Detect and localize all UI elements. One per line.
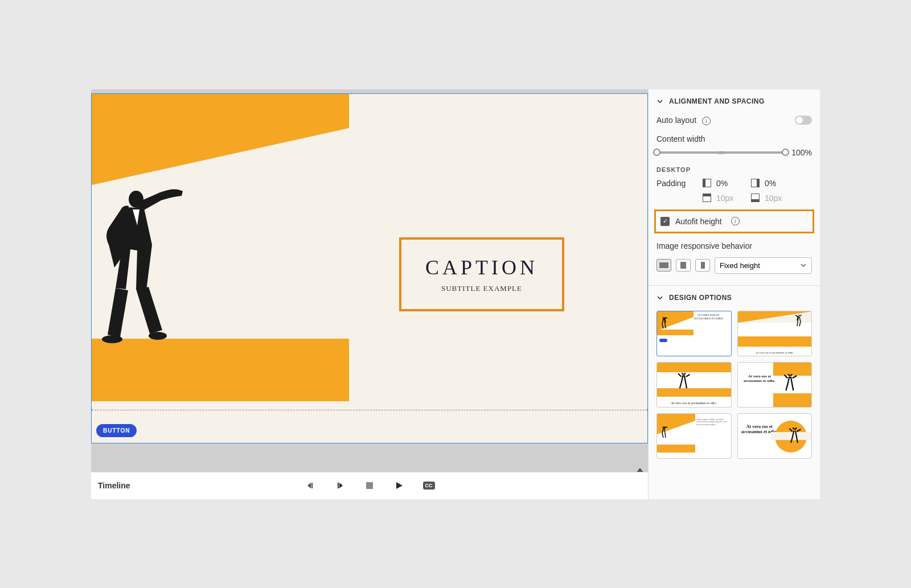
man-figure-icon: [660, 426, 671, 439]
padding-label: Padding: [656, 179, 699, 188]
padding-left-icon: [703, 179, 711, 187]
main-panel: CAPTION SUBTITLE EXAMPLE BUTTON Timeline: [91, 89, 648, 499]
design-card-text: AT VERO EOS ET ACCUSAMUS ET ODIO.: [689, 314, 727, 320]
content-width-slider[interactable]: ::::: [656, 151, 786, 154]
design-option-6[interactable]: At vero eos et accusamus et odio.: [737, 413, 812, 459]
fold-line: [92, 410, 647, 410]
svg-rect-11: [657, 330, 693, 336]
design-card-lorem: Lorem ipsum dolor sit amet consectetur a…: [696, 418, 729, 426]
design-thumb-shape: [773, 363, 811, 407]
svg-rect-14: [657, 445, 695, 453]
fold-handle-left-icon[interactable]: [91, 406, 93, 414]
responsive-select-value: Fixed height: [720, 261, 760, 270]
design-thumb-shape: [657, 388, 731, 396]
image-responsive-row: Fixed height: [649, 254, 820, 282]
design-options-grid: AT VERO EOS ET ACCUSAMUS ET ODIO. At ver…: [649, 307, 820, 467]
padding-right-input[interactable]: 0%: [765, 179, 796, 188]
content-width-slider-row: :::: 100%: [649, 145, 820, 161]
man-figure-icon: [794, 315, 805, 327]
svg-rect-3: [92, 339, 349, 401]
content-width-value: 100%: [791, 148, 812, 157]
properties-panel: ALIGNMENT AND SPACING Auto layout i Cont…: [648, 89, 820, 499]
app-frame: CAPTION SUBTITLE EXAMPLE BUTTON Timeline: [91, 89, 820, 499]
svg-rect-8: [338, 483, 339, 488]
slider-grip-icon: ::::: [719, 150, 724, 155]
autofit-checkbox[interactable]: ✓: [660, 217, 670, 226]
design-card-text: At vero eos et accusamus et odio.: [657, 401, 731, 405]
padding-left-input[interactable]: 0%: [716, 179, 748, 188]
responsive-behavior-select[interactable]: Fixed height: [715, 257, 812, 274]
design-option-3[interactable]: At vero eos et accusamus et odio.: [656, 362, 732, 408]
slide-canvas[interactable]: CAPTION SUBTITLE EXAMPLE BUTTON: [91, 93, 648, 443]
design-option-5[interactable]: Lorem ipsum dolor sit amet consectetur a…: [656, 413, 732, 459]
stop-button[interactable]: [363, 479, 376, 492]
slider-thumb-right-icon[interactable]: [782, 149, 789, 156]
auto-layout-row: Auto layout i: [649, 111, 820, 130]
slide-button[interactable]: BUTTON: [96, 424, 137, 437]
design-card-text: At vero eos et accusamus et odio.: [741, 374, 778, 384]
canvas-area: CAPTION SUBTITLE EXAMPLE BUTTON: [91, 89, 648, 472]
slider-thumb-left-icon[interactable]: [653, 149, 660, 156]
padding-grid: Padding 0% 0% 10px 10px: [649, 176, 820, 205]
play-button[interactable]: [392, 479, 406, 492]
caption-subtitle: SUBTITLE EXAMPLE: [441, 284, 522, 293]
alignment-section-header[interactable]: ALIGNMENT AND SPACING: [649, 89, 820, 111]
caption-title: CAPTION: [425, 256, 538, 279]
design-header-label: DESIGN OPTIONS: [669, 294, 732, 302]
svg-point-6: [149, 332, 167, 340]
padding-right-icon: [751, 179, 760, 187]
auto-layout-toggle[interactable]: [795, 116, 812, 125]
responsive-tablet-button[interactable]: [676, 259, 691, 272]
timeline-bar: Timeline CC: [91, 472, 648, 499]
alignment-header-label: ALIGNMENT AND SPACING: [669, 97, 765, 105]
design-option-2[interactable]: At vero eos et accusamus et odio.: [737, 311, 812, 356]
man-figure-icon: [783, 374, 798, 392]
desktop-subheader: DESKTOP: [649, 161, 820, 176]
next-frame-button[interactable]: [333, 479, 347, 492]
padding-top-icon: [703, 194, 711, 202]
design-section-header[interactable]: DESIGN OPTIONS: [649, 286, 820, 307]
slide-image-half: [92, 94, 349, 443]
design-option-1[interactable]: AT VERO EOS ET ACCUSAMUS ET ODIO.: [656, 311, 732, 356]
man-figure-icon: [660, 317, 671, 330]
padding-bottom-icon: [751, 194, 760, 202]
padding-bottom-input[interactable]: 10px: [765, 194, 796, 203]
design-card-pill: [659, 339, 667, 342]
design-thumb-shape: [657, 363, 731, 372]
padding-top-input[interactable]: 10px: [716, 194, 748, 203]
responsive-desktop-button[interactable]: [656, 259, 671, 272]
design-option-4[interactable]: At vero eos et accusamus et odio.: [737, 362, 812, 408]
svg-rect-7: [311, 483, 313, 488]
man-figure-icon: [789, 427, 802, 445]
design-card-text: At vero eos et accusamus et odio.: [738, 351, 812, 354]
timeline-label: Timeline: [98, 481, 130, 490]
chevron-down-icon: [656, 98, 663, 105]
svg-rect-9: [366, 482, 373, 489]
fold-handle-right-icon[interactable]: [646, 406, 648, 414]
autofit-height-row: ✓ Autofit height i: [654, 209, 814, 233]
info-icon[interactable]: i: [702, 117, 711, 125]
man-figure-icon: [97, 188, 206, 347]
timeline-controls: CC: [303, 479, 436, 492]
image-responsive-label: Image responsive behavior: [649, 238, 820, 254]
prev-frame-button[interactable]: [303, 479, 317, 492]
content-width-label: Content width: [656, 134, 705, 143]
responsive-mobile-button[interactable]: [695, 259, 710, 272]
design-thumb-shape: [738, 336, 812, 346]
info-icon[interactable]: i: [731, 217, 740, 225]
chevron-down-icon: [656, 294, 663, 301]
caption-box[interactable]: CAPTION SUBTITLE EXAMPLE: [399, 237, 564, 311]
content-width-row: Content width: [649, 130, 820, 145]
svg-point-5: [102, 335, 122, 343]
autofit-label: Autofit height: [675, 217, 722, 226]
cc-button[interactable]: CC: [422, 479, 436, 492]
man-figure-icon: [677, 373, 692, 390]
auto-layout-label: Auto layout: [656, 116, 696, 125]
chevron-down-icon: [800, 262, 807, 269]
